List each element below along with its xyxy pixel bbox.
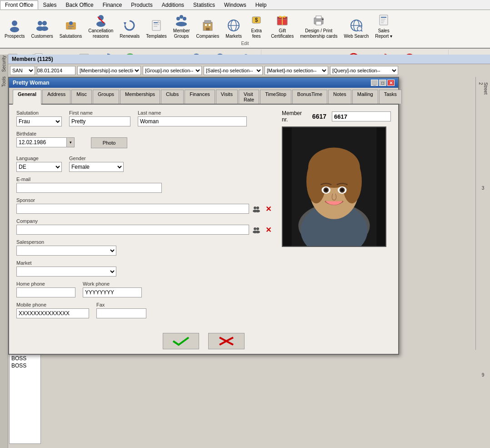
- svg-rect-9: [68, 28, 72, 29]
- tab-address[interactable]: Address: [42, 90, 70, 104]
- menu-statistics[interactable]: Statistics: [189, 1, 220, 9]
- menu-help[interactable]: Help: [251, 1, 271, 9]
- tab-visits[interactable]: Visits: [216, 90, 238, 104]
- member-nr-input[interactable]: [332, 111, 391, 121]
- toolbar-markets[interactable]: Markets: [223, 16, 245, 41]
- sidebar-tools[interactable]: Tools: [1, 76, 6, 87]
- main-area: Members (1125) SAN [Membership]-no selec…: [8, 55, 490, 448]
- home-phone-input[interactable]: [16, 287, 75, 297]
- tab-mailing[interactable]: Mailing: [352, 90, 378, 104]
- market-select[interactable]: [16, 267, 116, 277]
- tab-visit-rate[interactable]: Visit Rate: [239, 90, 259, 104]
- company-input[interactable]: [16, 225, 249, 235]
- gender-wrapper: Female: [69, 162, 124, 172]
- birthdate-input[interactable]: [16, 137, 66, 147]
- prospects-icon: [7, 18, 22, 33]
- toolbar-customers[interactable]: Customers: [28, 16, 55, 41]
- dialog-maximize-btn[interactable]: □: [379, 80, 386, 86]
- company-clear-btn[interactable]: ✕: [264, 225, 273, 234]
- menu-windows[interactable]: Windows: [220, 1, 251, 9]
- company-lookup-row: ✕: [16, 225, 273, 235]
- tab-notes[interactable]: Notes: [328, 90, 351, 104]
- tab-timestop[interactable]: TimeStop: [260, 90, 291, 104]
- salesperson-select[interactable]: [16, 246, 116, 256]
- tab-bonustime[interactable]: BonusTime: [292, 90, 327, 104]
- web-search-label: Web Search: [344, 34, 369, 39]
- toolbar-companies[interactable]: Companies: [194, 16, 222, 41]
- tab-groups[interactable]: Groups: [93, 90, 119, 104]
- ok-button[interactable]: [163, 333, 199, 349]
- cancel-button[interactable]: [208, 333, 245, 349]
- list-item[interactable]: BOSS: [10, 355, 40, 362]
- dialog-minimize-btn[interactable]: _: [371, 80, 378, 86]
- toolbar-gift-certs[interactable]: GiftCertificates: [268, 11, 296, 41]
- tab-finances[interactable]: Finances: [185, 90, 215, 104]
- menu-products[interactable]: Products: [126, 1, 157, 9]
- toolbar-extra-fees[interactable]: $ Extrafees: [245, 11, 267, 41]
- toolbar-templates[interactable]: Templates: [143, 16, 170, 41]
- svg-rect-17: [154, 26, 157, 27]
- gift-certs-icon: [275, 13, 290, 27]
- email-input[interactable]: [16, 183, 162, 193]
- fax-input[interactable]: [96, 308, 146, 318]
- tab-memberships[interactable]: Memberships: [120, 90, 160, 104]
- filter-sales[interactable]: [Sales]-no selection--: [204, 66, 263, 75]
- gender-select[interactable]: Female: [69, 162, 124, 172]
- tab-clubs[interactable]: Clubs: [161, 90, 184, 104]
- birthdate-dropdown-btn[interactable]: ▾: [66, 137, 75, 147]
- customers-label: Customers: [31, 34, 53, 39]
- salesperson-wrapper: [16, 246, 116, 256]
- dialog-title-bar[interactable]: Pretty Woman _ □ ✕: [9, 78, 398, 88]
- svg-rect-37: [316, 16, 321, 19]
- sponsor-lookup-row: ✕: [16, 204, 273, 214]
- sponsor-input[interactable]: [16, 204, 249, 214]
- menu-finance[interactable]: Finance: [98, 1, 127, 9]
- street2-label: Street 2: [478, 82, 488, 95]
- sponsor-clear-btn[interactable]: ✕: [264, 204, 273, 213]
- list-item[interactable]: BOSS: [10, 362, 40, 369]
- menu-back-office[interactable]: Back Office: [61, 1, 98, 9]
- tab-misc[interactable]: Misc: [71, 90, 92, 104]
- photo-button[interactable]: Photo: [91, 137, 127, 148]
- firstname-input[interactable]: [69, 116, 130, 126]
- filter-market[interactable]: [Market]-no selection--: [265, 66, 328, 75]
- menu-additions[interactable]: Additions: [157, 1, 189, 9]
- lastname-input[interactable]: [138, 116, 247, 126]
- sidebar-security[interactable]: Security: [1, 55, 6, 72]
- member-nr-value: 6617: [312, 113, 326, 120]
- filter-query[interactable]: [Query]-no selection--: [330, 66, 398, 75]
- filter-membership[interactable]: [Membership]-no selection--: [77, 66, 141, 75]
- toolbar-sales-report[interactable]: SalesReport ▾: [372, 11, 395, 41]
- toolbar-renewals[interactable]: Renewals: [117, 16, 142, 41]
- tab-tasks[interactable]: Tasks: [379, 90, 402, 104]
- filter-date[interactable]: [37, 66, 75, 75]
- menu-sales[interactable]: Sales: [38, 1, 61, 9]
- salutations-label: Salutations: [60, 34, 82, 39]
- sponsor-search-btn[interactable]: [251, 204, 262, 214]
- dialog-tabs: General Address Misc Groups Memberships …: [9, 88, 398, 105]
- mobile-phone-input[interactable]: [16, 308, 89, 318]
- toolbar-cancellation[interactable]: Cancellationreasons: [85, 11, 116, 41]
- svg-point-21: [180, 15, 183, 19]
- toolbar-prospects[interactable]: Prospects: [2, 16, 27, 41]
- salutation-select[interactable]: Frau: [16, 116, 62, 126]
- number-9: 9: [482, 372, 485, 378]
- tab-general[interactable]: General: [13, 90, 41, 105]
- svg-point-127: [342, 159, 362, 203]
- extra-fees-icon: $: [249, 13, 264, 27]
- filter-san[interactable]: SAN: [10, 66, 35, 75]
- sponsor-group: Sponsor ✕: [16, 197, 273, 214]
- svg-point-0: [12, 20, 17, 26]
- language-select[interactable]: DE: [16, 162, 62, 172]
- company-search-btn[interactable]: [251, 225, 262, 235]
- svg-point-2: [38, 21, 42, 25]
- toolbar-web-search[interactable]: Web Search: [341, 16, 371, 41]
- companies-icon: [200, 18, 215, 33]
- toolbar-member-groups[interactable]: MemberGroups: [170, 11, 193, 41]
- work-phone-input[interactable]: [83, 287, 142, 297]
- toolbar-salutations[interactable]: Salutations: [57, 16, 85, 41]
- filter-group[interactable]: [Group]-no selection--: [143, 66, 202, 75]
- menu-front-office[interactable]: Front Office: [0, 0, 38, 10]
- dialog-close-btn[interactable]: ✕: [387, 80, 395, 86]
- toolbar-design-print[interactable]: Design / Printmembership cards: [297, 11, 340, 41]
